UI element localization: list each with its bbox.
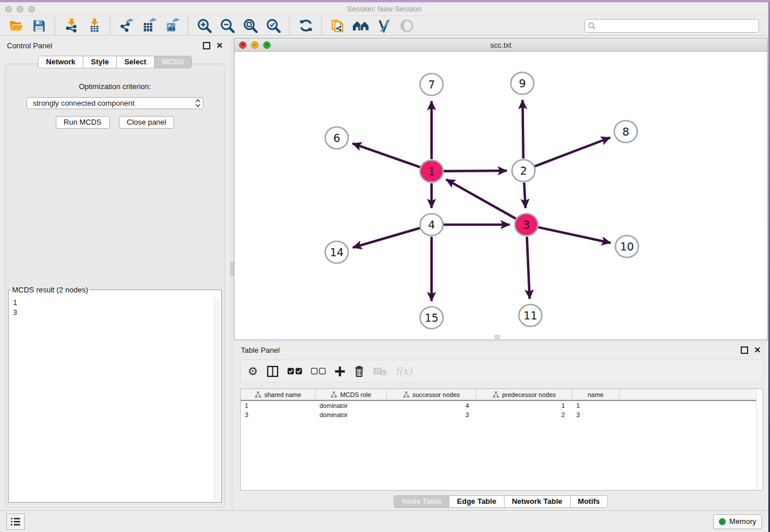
tab-network[interactable]: Network — [38, 56, 83, 68]
delete-column-button[interactable] — [354, 364, 364, 378]
table-row[interactable]: 3dominator323 — [241, 410, 763, 419]
cell-shared-name[interactable]: 1 — [241, 402, 315, 409]
edge-2-9[interactable] — [522, 100, 523, 159]
cell-shared-name[interactable]: 3 — [241, 411, 315, 418]
select-all-columns-button[interactable] — [287, 364, 302, 378]
import-network-button[interactable] — [60, 17, 83, 34]
column-header-successor-nodes[interactable]: successor nodes — [387, 389, 476, 400]
cell-name[interactable]: 1 — [572, 402, 619, 409]
table-body: 1dominator4113dominator323 — [241, 401, 763, 419]
tab-motifs[interactable]: Motifs — [571, 495, 608, 508]
edge-1-6[interactable] — [352, 144, 420, 167]
mcds-result-text[interactable]: 1 3 — [10, 298, 220, 501]
cell-name[interactable]: 3 — [572, 411, 619, 418]
cell-MCDS-role[interactable]: dominator — [315, 402, 387, 409]
export-network-button[interactable] — [115, 17, 138, 34]
control-panel-tabs: Network Style Select MCDS — [0, 56, 230, 68]
function-builder-button[interactable]: f(x) — [395, 364, 412, 378]
open-session-button[interactable] — [5, 17, 28, 34]
network-canvas[interactable]: 7968124314101511 — [234, 51, 767, 340]
close-panel-button[interactable]: Close panel — [119, 116, 175, 129]
cell-successor-nodes[interactable]: 4 — [387, 402, 476, 409]
zoom-in-button[interactable] — [193, 17, 216, 34]
task-history-button[interactable] — [6, 514, 25, 530]
cell-predecessor-nodes[interactable]: 2 — [476, 411, 572, 418]
zoom-window-button[interactable] — [28, 6, 35, 13]
deselect-all-columns-button[interactable] — [311, 364, 326, 378]
close-panel-icon[interactable]: ✕ — [216, 41, 223, 49]
split-columns-button[interactable] — [267, 364, 279, 378]
minimize-window-button[interactable] — [17, 6, 24, 13]
import-table-button[interactable] — [83, 17, 106, 34]
search-icon — [588, 22, 596, 30]
memory-status-icon — [719, 518, 726, 525]
edge-2-8[interactable] — [535, 137, 610, 166]
zoom-out-button[interactable] — [216, 17, 239, 34]
maximize-network-button[interactable]: + — [263, 41, 271, 49]
save-session-button[interactable] — [28, 17, 51, 34]
close-table-panel-icon[interactable]: ✕ — [754, 346, 761, 354]
search-input[interactable] — [596, 21, 756, 30]
column-header-mcds-role[interactable]: MCDS role — [315, 389, 387, 400]
canvas-resize-grip[interactable] — [495, 335, 500, 339]
table-scrollbar[interactable] — [756, 389, 763, 490]
export-network-icon — [119, 18, 134, 33]
memory-button[interactable]: Memory — [713, 514, 762, 529]
import-network-icon — [64, 18, 79, 33]
column-header-shared-name[interactable]: shared name — [241, 389, 315, 400]
import-table-icon — [87, 18, 102, 33]
network-graph[interactable]: 7968124314101511 — [234, 51, 767, 340]
eye-button[interactable] — [395, 17, 418, 34]
table-row[interactable]: 1dominator411 — [241, 401, 763, 410]
tab-network-table[interactable]: Network Table — [505, 495, 571, 508]
edge-3-1[interactable] — [446, 179, 515, 218]
edge-3-10[interactable] — [538, 227, 611, 242]
delete-table-button[interactable] — [373, 364, 387, 378]
export-image-button[interactable] — [161, 17, 184, 34]
tab-node-table[interactable]: Node Table — [394, 495, 449, 508]
result-scrollbar[interactable] — [214, 298, 220, 501]
zoom-selected-icon — [265, 18, 282, 34]
cell-predecessor-nodes[interactable]: 1 — [476, 402, 572, 409]
v-slash-button[interactable] — [372, 17, 395, 34]
hierarchy-icon — [330, 391, 337, 398]
criterion-select[interactable]: strongly connected component — [26, 97, 203, 109]
tab-style[interactable]: Style — [83, 56, 117, 68]
search-field[interactable] — [584, 19, 759, 33]
column-header-predecessor-nodes[interactable]: predecessor nodes — [476, 389, 572, 400]
tab-edge-table[interactable]: Edge Table — [449, 495, 504, 508]
column-header-name[interactable]: name — [572, 389, 619, 400]
node-label-11: 11 — [523, 309, 537, 322]
toolbar-separator — [188, 17, 189, 34]
edge-3-11[interactable] — [527, 237, 530, 299]
close-network-button[interactable]: ✕ — [239, 41, 247, 49]
minimize-network-button[interactable]: − — [251, 41, 259, 49]
add-column-button[interactable] — [334, 364, 345, 378]
float-table-panel-icon[interactable] — [741, 346, 748, 354]
main-titlebar: Session: New Session — [0, 2, 768, 16]
refresh-button[interactable] — [294, 17, 317, 34]
float-panel-icon[interactable] — [203, 42, 210, 49]
houses-button[interactable] — [349, 17, 372, 34]
table-settings-button[interactable]: ⚙ — [248, 364, 258, 378]
edge-1-2[interactable] — [444, 171, 507, 171]
clone-network-button[interactable] — [326, 17, 349, 34]
close-window-button[interactable] — [5, 6, 12, 13]
edge-2-3[interactable] — [524, 183, 525, 208]
export-table-button[interactable] — [138, 17, 161, 34]
v-slash-icon — [376, 18, 392, 33]
table-panel-title: Table Panel — [241, 346, 280, 354]
run-mcds-button[interactable]: Run MCDS — [56, 116, 110, 129]
cell-successor-nodes[interactable]: 3 — [387, 411, 476, 418]
tab-select[interactable]: Select — [117, 56, 154, 68]
vertical-splitter[interactable] — [230, 38, 234, 510]
cell-MCDS-role[interactable]: dominator — [315, 411, 387, 418]
zoom-selected-button[interactable] — [262, 17, 285, 34]
zoom-fit-button[interactable] — [239, 17, 262, 34]
tab-mcds[interactable]: MCDS — [155, 56, 192, 68]
houses-icon — [352, 18, 369, 33]
edge-4-14[interactable] — [353, 228, 420, 248]
network-window-titlebar[interactable]: ✕ − + scc.txt — [234, 38, 767, 52]
export-image-icon — [165, 18, 180, 33]
node-label-1: 1 — [428, 165, 435, 178]
